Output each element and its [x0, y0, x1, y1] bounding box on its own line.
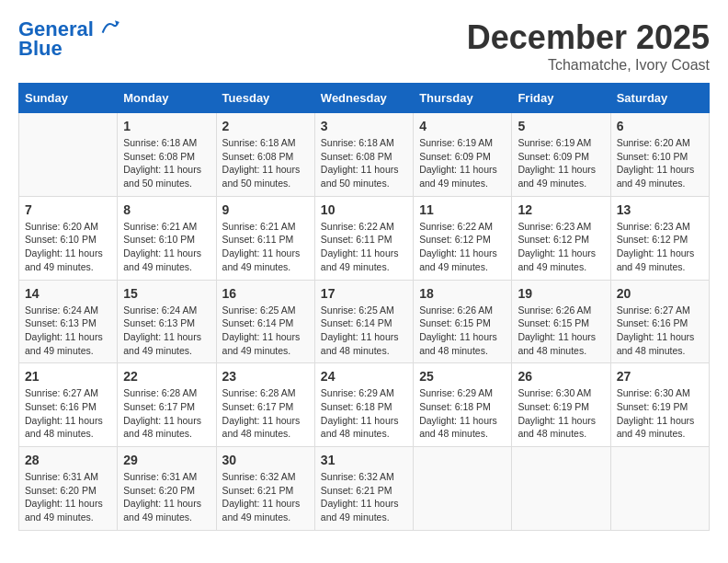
- calendar-cell: 8Sunrise: 6:21 AM Sunset: 6:10 PM Daylig…: [118, 196, 216, 280]
- calendar-cell: 27Sunrise: 6:30 AM Sunset: 6:19 PM Dayli…: [610, 363, 709, 447]
- day-info: Sunrise: 6:30 AM Sunset: 6:19 PM Dayligh…: [617, 386, 703, 441]
- day-info: Sunrise: 6:31 AM Sunset: 6:20 PM Dayligh…: [25, 470, 111, 524]
- day-info: Sunrise: 6:29 AM Sunset: 6:18 PM Dayligh…: [321, 386, 407, 441]
- calendar-cell: 29Sunrise: 6:31 AM Sunset: 6:20 PM Dayli…: [118, 447, 216, 531]
- weekday-header-row: SundayMondayTuesdayWednesdayThursdayFrid…: [19, 84, 710, 113]
- day-number: 14: [25, 286, 111, 301]
- day-number: 30: [222, 453, 309, 467]
- day-number: 31: [321, 453, 407, 467]
- location: Tchamatche, Ivory Coast: [467, 57, 710, 74]
- day-number: 26: [518, 369, 604, 384]
- day-number: 19: [518, 286, 604, 301]
- calendar-cell: 10Sunrise: 6:22 AM Sunset: 6:11 PM Dayli…: [314, 196, 413, 280]
- weekday-header: Saturday: [610, 84, 709, 113]
- calendar-cell: [512, 447, 610, 531]
- weekday-header: Wednesday: [314, 84, 413, 113]
- calendar-cell: 31Sunrise: 6:32 AM Sunset: 6:21 PM Dayli…: [314, 447, 413, 531]
- day-info: Sunrise: 6:23 AM Sunset: 6:12 PM Dayligh…: [617, 220, 703, 274]
- calendar-cell: 16Sunrise: 6:25 AM Sunset: 6:14 PM Dayli…: [216, 280, 314, 363]
- day-info: Sunrise: 6:18 AM Sunset: 6:08 PM Dayligh…: [321, 136, 407, 190]
- calendar-cell: 6Sunrise: 6:20 AM Sunset: 6:10 PM Daylig…: [610, 113, 709, 197]
- day-number: 22: [123, 369, 210, 384]
- day-info: Sunrise: 6:20 AM Sunset: 6:10 PM Dayligh…: [25, 220, 111, 274]
- calendar-cell: 14Sunrise: 6:24 AM Sunset: 6:13 PM Dayli…: [19, 280, 118, 363]
- day-info: Sunrise: 6:28 AM Sunset: 6:17 PM Dayligh…: [222, 386, 309, 441]
- day-number: 28: [25, 453, 111, 467]
- day-number: 18: [419, 286, 506, 301]
- day-number: 21: [25, 369, 111, 384]
- calendar-cell: 13Sunrise: 6:23 AM Sunset: 6:12 PM Dayli…: [610, 196, 709, 280]
- calendar-cell: 3Sunrise: 6:18 AM Sunset: 6:08 PM Daylig…: [314, 113, 413, 197]
- calendar-cell: 7Sunrise: 6:20 AM Sunset: 6:10 PM Daylig…: [19, 196, 118, 280]
- calendar-cell: 11Sunrise: 6:22 AM Sunset: 6:12 PM Dayli…: [414, 196, 512, 280]
- calendar-week-row: 14Sunrise: 6:24 AM Sunset: 6:13 PM Dayli…: [19, 280, 710, 363]
- calendar-cell: 21Sunrise: 6:27 AM Sunset: 6:16 PM Dayli…: [19, 363, 118, 447]
- day-number: 12: [518, 202, 604, 217]
- day-info: Sunrise: 6:29 AM Sunset: 6:18 PM Dayligh…: [419, 386, 506, 441]
- calendar-cell: 4Sunrise: 6:19 AM Sunset: 6:09 PM Daylig…: [414, 113, 512, 197]
- day-info: Sunrise: 6:30 AM Sunset: 6:19 PM Dayligh…: [518, 386, 604, 441]
- calendar-cell: 2Sunrise: 6:18 AM Sunset: 6:08 PM Daylig…: [216, 113, 314, 197]
- day-info: Sunrise: 6:24 AM Sunset: 6:13 PM Dayligh…: [123, 304, 210, 358]
- calendar-cell: [19, 113, 118, 197]
- day-number: 29: [123, 453, 210, 467]
- day-info: Sunrise: 6:23 AM Sunset: 6:12 PM Dayligh…: [518, 220, 604, 274]
- logo: General Blue: [18, 18, 119, 61]
- day-info: Sunrise: 6:26 AM Sunset: 6:15 PM Dayligh…: [518, 304, 604, 358]
- weekday-header: Thursday: [414, 84, 512, 113]
- day-info: Sunrise: 6:22 AM Sunset: 6:12 PM Dayligh…: [419, 220, 506, 274]
- weekday-header: Monday: [118, 84, 216, 113]
- calendar-week-row: 28Sunrise: 6:31 AM Sunset: 6:20 PM Dayli…: [19, 447, 710, 531]
- day-info: Sunrise: 6:19 AM Sunset: 6:09 PM Dayligh…: [518, 136, 604, 190]
- day-number: 6: [617, 119, 703, 133]
- day-info: Sunrise: 6:21 AM Sunset: 6:10 PM Dayligh…: [123, 220, 210, 274]
- day-number: 5: [518, 119, 604, 133]
- calendar-cell: 24Sunrise: 6:29 AM Sunset: 6:18 PM Dayli…: [314, 363, 413, 447]
- calendar-cell: 22Sunrise: 6:28 AM Sunset: 6:17 PM Dayli…: [118, 363, 216, 447]
- calendar-cell: 15Sunrise: 6:24 AM Sunset: 6:13 PM Dayli…: [118, 280, 216, 363]
- calendar-cell: 17Sunrise: 6:25 AM Sunset: 6:14 PM Dayli…: [314, 280, 413, 363]
- calendar-table: SundayMondayTuesdayWednesdayThursdayFrid…: [18, 83, 710, 531]
- day-info: Sunrise: 6:22 AM Sunset: 6:11 PM Dayligh…: [321, 220, 407, 274]
- day-info: Sunrise: 6:32 AM Sunset: 6:21 PM Dayligh…: [321, 470, 407, 524]
- day-info: Sunrise: 6:32 AM Sunset: 6:21 PM Dayligh…: [222, 470, 309, 524]
- calendar-cell: 1Sunrise: 6:18 AM Sunset: 6:08 PM Daylig…: [118, 113, 216, 197]
- day-number: 8: [123, 202, 210, 217]
- day-number: 27: [617, 369, 703, 384]
- day-number: 20: [617, 286, 703, 301]
- day-info: Sunrise: 6:21 AM Sunset: 6:11 PM Dayligh…: [222, 220, 309, 274]
- day-number: 17: [321, 286, 407, 301]
- day-info: Sunrise: 6:18 AM Sunset: 6:08 PM Dayligh…: [222, 136, 309, 190]
- calendar-cell: 30Sunrise: 6:32 AM Sunset: 6:21 PM Dayli…: [216, 447, 314, 531]
- weekday-header: Tuesday: [216, 84, 314, 113]
- day-info: Sunrise: 6:24 AM Sunset: 6:13 PM Dayligh…: [25, 304, 111, 358]
- calendar-cell: [414, 447, 512, 531]
- day-number: 2: [222, 119, 309, 133]
- calendar-cell: 5Sunrise: 6:19 AM Sunset: 6:09 PM Daylig…: [512, 113, 610, 197]
- day-number: 3: [321, 119, 407, 133]
- day-info: Sunrise: 6:26 AM Sunset: 6:15 PM Dayligh…: [419, 304, 506, 358]
- calendar-cell: 20Sunrise: 6:27 AM Sunset: 6:16 PM Dayli…: [610, 280, 709, 363]
- day-number: 11: [419, 202, 506, 217]
- day-number: 25: [419, 369, 506, 384]
- day-number: 7: [25, 202, 111, 217]
- title-block: December 2025 Tchamatche, Ivory Coast: [467, 18, 710, 74]
- calendar-cell: 26Sunrise: 6:30 AM Sunset: 6:19 PM Dayli…: [512, 363, 610, 447]
- day-info: Sunrise: 6:28 AM Sunset: 6:17 PM Dayligh…: [123, 386, 210, 441]
- day-number: 4: [419, 119, 506, 133]
- calendar-cell: 18Sunrise: 6:26 AM Sunset: 6:15 PM Dayli…: [414, 280, 512, 363]
- calendar-cell: 28Sunrise: 6:31 AM Sunset: 6:20 PM Dayli…: [19, 447, 118, 531]
- day-info: Sunrise: 6:25 AM Sunset: 6:14 PM Dayligh…: [222, 304, 309, 358]
- calendar-cell: [610, 447, 709, 531]
- day-number: 16: [222, 286, 309, 301]
- calendar-cell: 12Sunrise: 6:23 AM Sunset: 6:12 PM Dayli…: [512, 196, 610, 280]
- calendar-cell: 19Sunrise: 6:26 AM Sunset: 6:15 PM Dayli…: [512, 280, 610, 363]
- month-title: December 2025: [467, 18, 710, 57]
- page-header: General Blue December 2025 Tchamatche, I…: [18, 18, 710, 74]
- day-number: 15: [123, 286, 210, 301]
- day-number: 1: [123, 119, 210, 133]
- calendar-week-row: 1Sunrise: 6:18 AM Sunset: 6:08 PM Daylig…: [19, 113, 710, 197]
- calendar-week-row: 7Sunrise: 6:20 AM Sunset: 6:10 PM Daylig…: [19, 196, 710, 280]
- day-info: Sunrise: 6:31 AM Sunset: 6:20 PM Dayligh…: [123, 470, 210, 524]
- day-number: 10: [321, 202, 407, 217]
